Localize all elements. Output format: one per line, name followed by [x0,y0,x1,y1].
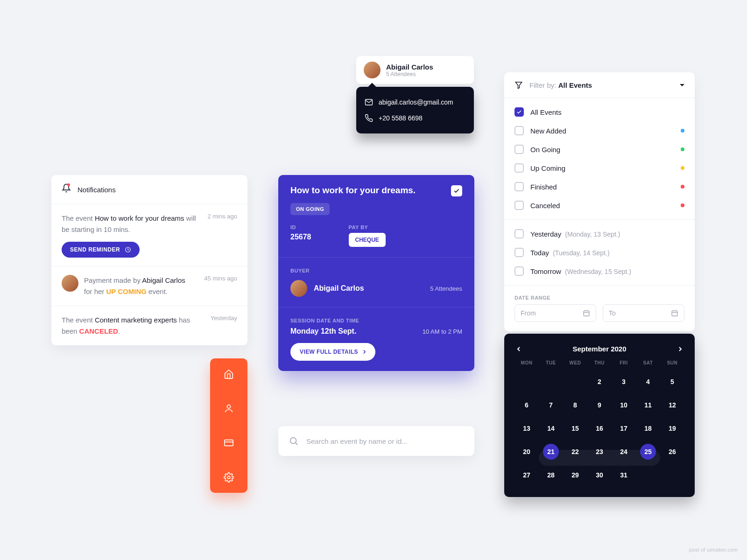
event-checkbox[interactable] [451,185,462,196]
notification-time: 45 mins ago [204,275,237,297]
notification-time: 2 mins ago [207,213,237,235]
filter-option[interactable]: Up Coming [514,159,684,177]
calendar-day[interactable]: 18 [636,419,660,438]
avatar [62,275,78,292]
calendar-icon [583,309,590,317]
svg-rect-2 [225,440,233,446]
calendar-day[interactable]: 10 [612,395,636,415]
calendar-day[interactable]: 25 [636,442,660,462]
session-time: 10 AM to 2 PM [423,328,462,335]
view-details-button[interactable]: VIEW FULL DETAILS [290,343,375,361]
calendar-day[interactable]: 15 [563,419,587,438]
send-reminder-button[interactable]: SEND REMINDER [62,242,140,258]
calendar-day[interactable]: 12 [660,395,684,415]
calendar-day[interactable]: 5 [660,372,684,392]
checkbox[interactable] [514,107,524,117]
notifications-header: Notifications [51,175,247,204]
contact-header[interactable]: Abigail Carlos 5 Attendees [356,56,474,84]
checkbox[interactable] [514,201,524,210]
filter-date-option[interactable]: Yesterday (Monday, 13 Sept.) [514,224,684,243]
checkbox[interactable] [514,163,524,173]
svg-line-7 [296,443,298,445]
view-details-label: VIEW FULL DETAILS [300,349,358,355]
session-label: SESSION DATE AND TIME [290,318,462,323]
avatar [364,62,381,78]
filter-date-option[interactable]: Today (Tuesday, 14 Sept.) [514,243,684,262]
calendar-day[interactable]: 29 [563,465,587,485]
calendar-day[interactable]: 31 [612,465,636,485]
filter-option-label: New Added [530,127,566,135]
calendar-day[interactable]: 21 [539,442,563,462]
svg-point-4 [227,476,230,479]
calendar-day[interactable]: 24 [612,442,636,462]
svg-rect-13 [672,311,677,316]
user-icon[interactable] [224,403,234,413]
filter-header[interactable]: Filter by: All Events [504,72,695,98]
calendar-day[interactable]: 6 [514,395,539,415]
calendar-prev-button[interactable] [516,346,521,352]
contact-email-row[interactable]: abigail.carlos@gmail.com [365,94,465,110]
notification-item[interactable]: The event Content marketing experts has … [51,306,247,345]
search-bar[interactable] [278,426,474,456]
calendar-day[interactable]: 26 [660,442,684,462]
filter-option[interactable]: Canceled [514,196,684,215]
checkbox[interactable] [514,248,524,257]
notification-text: The event How to work for your dreams wi… [62,213,198,235]
contact-phone-row[interactable]: +20 5588 6698 [365,110,465,126]
filter-option[interactable]: All Events [514,103,684,121]
calendar-day[interactable]: 19 [660,419,684,438]
calendar-day[interactable]: 14 [539,419,563,438]
calendar-day[interactable]: 2 [587,372,612,392]
date-to-input[interactable]: To [603,304,684,322]
calendar-next-button[interactable] [678,346,683,352]
home-icon[interactable] [224,369,234,379]
checkbox[interactable] [514,145,524,154]
calendar-day[interactable]: 22 [563,442,587,462]
checkbox[interactable] [514,266,524,276]
calendar-day[interactable]: 13 [514,419,539,438]
checkbox[interactable] [514,126,524,135]
phone-icon [365,114,373,122]
calendar-day[interactable]: 16 [587,419,612,438]
checkbox[interactable] [514,229,524,238]
svg-rect-9 [584,311,589,316]
calendar-day[interactable]: 7 [539,395,563,415]
calendar-weekday: MON [514,360,539,368]
calendar-day[interactable]: 27 [514,465,539,485]
search-input[interactable] [306,437,464,445]
filter-date-option[interactable]: Tomorrow (Wednesday, 15 Sept.) [514,262,684,280]
calendar-day[interactable]: 8 [563,395,587,415]
avatar [290,280,307,297]
calendar-weekday: WED [563,360,587,368]
filter-option[interactable]: New Added [514,121,684,140]
calendar-day[interactable]: 3 [612,372,636,392]
notification-item[interactable]: The event How to work for your dreams wi… [51,204,247,266]
checkbox[interactable] [514,182,524,191]
search-icon [289,436,299,446]
contact-name: Abigail Carlos [386,63,433,71]
date-from-input[interactable]: From [514,304,596,322]
calendar-day[interactable]: 23 [587,442,612,462]
contact-details: abigail.carlos@gmail.com +20 5588 6698 [356,87,474,133]
notification-item[interactable]: Payment made by Abigail Carlos for her U… [51,266,247,306]
event-id: 25678 [290,233,311,241]
filter-panel: Filter by: All Events All EventsNew Adde… [504,72,695,331]
calendar-day[interactable]: 17 [612,419,636,438]
gear-icon[interactable] [224,472,234,483]
event-title: How to work for your dreams. [290,185,416,196]
status-dot [681,185,684,189]
calendar-day[interactable]: 30 [587,465,612,485]
svg-marker-8 [515,82,522,89]
card-icon[interactable] [224,438,234,448]
calendar-day[interactable]: 11 [636,395,660,415]
payby-label: PAY BY [349,224,386,230]
filter-option[interactable]: Finished [514,177,684,196]
filter-option[interactable]: On Going [514,140,684,159]
calendar-day[interactable]: 28 [539,465,563,485]
payby-value: CHEQUE [349,233,386,247]
contact-popover: Abigail Carlos 5 Attendees abigail.carlo… [356,56,474,133]
calendar-icon [671,309,678,317]
calendar-day[interactable]: 9 [587,395,612,415]
calendar-day[interactable]: 4 [636,372,660,392]
calendar-day[interactable]: 20 [514,442,539,462]
